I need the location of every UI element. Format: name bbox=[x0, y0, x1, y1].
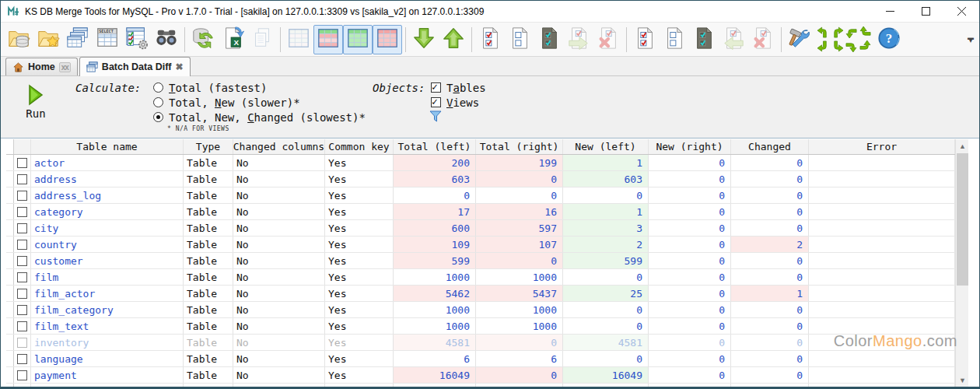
invert-checks-left-button[interactable] bbox=[534, 25, 564, 54]
table-row-payment[interactable]: paymentTableNoYes1604901604900 bbox=[6, 367, 955, 384]
table-row-country[interactable]: countryTableNoYes109107202 bbox=[6, 237, 955, 253]
open-database-button[interactable] bbox=[4, 25, 33, 54]
data-diff-query-button[interactable]: SELECT bbox=[93, 25, 122, 54]
row-checkbox[interactable] bbox=[17, 240, 27, 250]
close-button[interactable] bbox=[943, 1, 979, 22]
help-button[interactable]: ? bbox=[874, 25, 904, 54]
nav-arrow-icon[interactable] bbox=[859, 40, 872, 53]
run-play-icon bbox=[26, 84, 45, 106]
cell-new_left: 599 bbox=[563, 253, 649, 268]
batch-data-diff-button[interactable] bbox=[122, 25, 152, 54]
row-checkbox[interactable] bbox=[17, 272, 27, 282]
uncheck-all-right-button[interactable] bbox=[660, 25, 689, 54]
table-row-address_log[interactable]: address_logTableNoYes00000 bbox=[6, 187, 955, 204]
tab-home[interactable]: Home xx bbox=[5, 58, 78, 75]
radio-button-icon[interactable] bbox=[153, 82, 163, 93]
nav-arrows-button[interactable] bbox=[817, 26, 872, 53]
move-up-button[interactable] bbox=[439, 25, 468, 54]
table-row-language[interactable]: languageTableNoYes66000 bbox=[6, 351, 955, 367]
move-down-button[interactable] bbox=[409, 25, 439, 54]
filter-funnel-icon[interactable] bbox=[429, 110, 442, 124]
row-checkbox[interactable] bbox=[17, 158, 27, 168]
row-checkbox[interactable] bbox=[17, 223, 27, 233]
refresh-button[interactable] bbox=[188, 25, 218, 54]
run-button[interactable]: Run bbox=[18, 84, 54, 120]
nav-arrow-icon[interactable] bbox=[817, 40, 830, 53]
column-header-changed[interactable]: Changed bbox=[731, 139, 809, 154]
scrollbar-thumb[interactable] bbox=[957, 153, 968, 286]
tab-home-close-icon[interactable]: xx bbox=[59, 62, 71, 72]
settings-tools-button[interactable] bbox=[785, 25, 814, 54]
cell-changed: 0 bbox=[731, 187, 809, 203]
scroll-up-icon[interactable]: ▲ bbox=[956, 139, 969, 152]
radio-total-new-changed[interactable]: Total, New, Changed (slowest)* bbox=[153, 110, 366, 124]
row-checkbox[interactable] bbox=[17, 174, 27, 184]
column-header-name[interactable]: Table name bbox=[31, 139, 184, 154]
column-header-error[interactable]: Error bbox=[809, 139, 955, 154]
table-row-actor[interactable]: actorTableNoYes200199100 bbox=[6, 155, 955, 171]
recent-connections-button[interactable] bbox=[33, 25, 63, 54]
column-header-total_right[interactable]: Total (right) bbox=[476, 139, 563, 154]
table-row-inventory[interactable]: inventoryTableNoYes45810458100 bbox=[6, 335, 955, 351]
row-checkbox[interactable] bbox=[17, 256, 27, 266]
row-checkbox[interactable] bbox=[17, 207, 27, 217]
checkbox-icon[interactable] bbox=[431, 82, 441, 93]
nav-arrow-icon[interactable] bbox=[845, 26, 858, 39]
minimize-button[interactable] bbox=[872, 1, 908, 22]
uncheck-all-left-button[interactable] bbox=[505, 25, 534, 54]
column-header-type[interactable]: Type bbox=[184, 139, 233, 154]
column-header-new_right[interactable]: New (right) bbox=[649, 139, 731, 154]
cell-name: city bbox=[31, 220, 184, 236]
check-all-left-button[interactable] bbox=[475, 25, 505, 54]
radio-button-icon[interactable] bbox=[153, 97, 163, 107]
nav-arrow-icon[interactable] bbox=[817, 26, 830, 39]
column-header-changed_columns[interactable]: Changed columns bbox=[233, 139, 325, 154]
table-row-film[interactable]: filmTableNoYes10001000000 bbox=[6, 269, 955, 286]
maximize-button[interactable] bbox=[908, 1, 943, 22]
table-row-address[interactable]: addressTableNoYes603060300 bbox=[6, 171, 955, 187]
row-checkbox[interactable] bbox=[17, 305, 27, 315]
column-header-common_key[interactable]: Common key bbox=[325, 139, 394, 154]
column-header-total_left[interactable]: Total (left) bbox=[394, 139, 476, 154]
cell-new_right: 0 bbox=[649, 237, 731, 252]
radio-total-fastest[interactable]: Total (fastest) bbox=[153, 80, 366, 95]
nav-arrow-icon[interactable] bbox=[831, 26, 844, 39]
tab-batch-close-icon[interactable]: ✖ bbox=[175, 61, 183, 72]
scroll-down-icon[interactable]: ▼ bbox=[956, 373, 969, 387]
filter-changed-rows-button[interactable] bbox=[373, 25, 402, 54]
filter-all-rows-button[interactable] bbox=[284, 25, 313, 54]
row-checkbox[interactable] bbox=[17, 321, 27, 331]
table-row-film_actor[interactable]: film_actorTableNoYes546254372501 bbox=[6, 286, 955, 302]
nav-arrow-icon[interactable] bbox=[859, 26, 872, 39]
table-row-customer[interactable]: customerTableNoYes599059900 bbox=[6, 253, 955, 269]
schema-diff-button[interactable] bbox=[63, 25, 93, 54]
table-row-city[interactable]: cityTableNoYes600597300 bbox=[6, 220, 955, 237]
filter-new-rows-button[interactable] bbox=[343, 25, 373, 54]
filter-different-rows-button[interactable] bbox=[313, 25, 343, 54]
checkbox-icon[interactable] bbox=[431, 97, 441, 107]
row-checkbox[interactable] bbox=[17, 370, 27, 380]
tab-batch-data-diff[interactable]: Batch Data Diff ✖ bbox=[79, 57, 191, 76]
column-header-new_left[interactable]: New (left) bbox=[563, 139, 649, 154]
vertical-scrollbar[interactable]: ▲ ▼ bbox=[955, 139, 968, 387]
find-button[interactable] bbox=[152, 25, 181, 54]
row-checkbox[interactable] bbox=[17, 191, 27, 201]
row-checkbox[interactable] bbox=[17, 354, 27, 364]
export-excel-button[interactable]: X bbox=[218, 25, 247, 54]
invert-checks-right-button[interactable] bbox=[689, 25, 719, 54]
checkbox-views[interactable]: Views bbox=[431, 95, 486, 110]
radio-button-icon[interactable] bbox=[153, 112, 163, 122]
checkbox-tables[interactable]: Tables bbox=[431, 80, 486, 95]
table-row-film_category[interactable]: film_categoryTableNoYes10001000000 bbox=[6, 302, 955, 318]
row-checkbox[interactable] bbox=[17, 289, 27, 299]
nav-arrow-icon[interactable] bbox=[831, 40, 844, 53]
cell-name: category bbox=[31, 204, 184, 219]
cell-error bbox=[809, 220, 955, 236]
table-row-film_text[interactable]: film_textTableNoYes10001000000 bbox=[6, 318, 955, 335]
check-all-right-button[interactable] bbox=[630, 25, 660, 54]
row-checkbox-cell bbox=[14, 204, 31, 219]
nav-arrow-icon[interactable] bbox=[845, 40, 858, 53]
radio-total-new[interactable]: Total, New (slower)* bbox=[153, 95, 366, 110]
table-row-category[interactable]: categoryTableNoYes1716100 bbox=[6, 204, 955, 220]
toolbar-overflow-button[interactable]: ▬▾ bbox=[965, 37, 976, 43]
